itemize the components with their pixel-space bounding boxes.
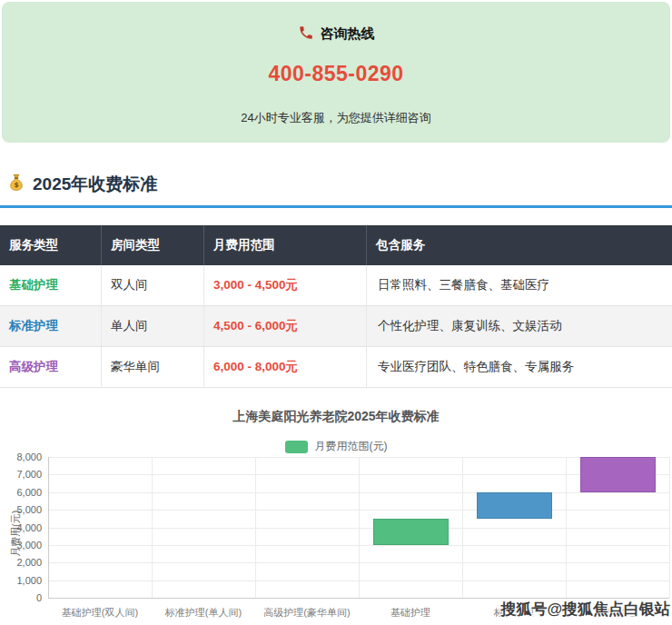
y-tick-label: 0 bbox=[0, 592, 42, 603]
service-type-cell: 标准护理 bbox=[0, 306, 102, 347]
chart-legend: 月费用范围(元) bbox=[0, 439, 672, 454]
table-row: 标准护理 单人间 4,500 - 6,000元 个性化护理、康复训练、文娱活动 bbox=[0, 306, 672, 347]
y-axis-title: 月费用(元) bbox=[9, 510, 23, 556]
range-bar bbox=[373, 519, 449, 545]
table-row: 高级护理 豪华单间 6,000 - 8,000元 专业医疗团队、特色膳食、专属服… bbox=[0, 347, 672, 388]
section-header: $ 2025年收费标准 bbox=[0, 167, 672, 208]
hotline-title: 咨询热线 bbox=[321, 25, 375, 43]
y-tick-label: 7,000 bbox=[0, 469, 42, 480]
price-range-cell: 6,000 - 8,000元 bbox=[204, 347, 367, 388]
y-tick-label: 1,000 bbox=[0, 575, 42, 586]
column-header-includes: 包含服务 bbox=[367, 225, 672, 265]
phone-icon bbox=[298, 25, 314, 44]
y-tick-label: 2,000 bbox=[0, 557, 42, 568]
v-gridline bbox=[48, 457, 49, 598]
hotline-title-row: 咨询热线 bbox=[2, 25, 670, 42]
svg-text:$: $ bbox=[14, 181, 18, 189]
room-type-cell: 双人间 bbox=[102, 265, 204, 306]
service-type-cell: 高级护理 bbox=[0, 347, 102, 388]
y-tick-label: 6,000 bbox=[0, 487, 42, 498]
price-range-cell: 3,000 - 4,500元 bbox=[204, 265, 367, 306]
watermark: 搜狐号@搜狐焦点白银站 bbox=[500, 599, 670, 620]
v-gridline bbox=[152, 457, 153, 598]
column-header-price: 月费用范围 bbox=[204, 225, 367, 265]
range-bar bbox=[477, 492, 552, 519]
hotline-subtitle: 24小时专业客服，为您提供详细咨询 bbox=[2, 110, 670, 126]
table-row: 基础护理 双人间 3,000 - 4,500元 日常照料、三餐膳食、基础医疗 bbox=[0, 265, 672, 306]
category-label: 标准护理(单人间) bbox=[152, 606, 255, 620]
category-label: 基础护理(双人间) bbox=[48, 606, 152, 620]
included-services-cell: 日常照料、三餐膳食、基础医疗 bbox=[367, 265, 672, 306]
legend-label: 月费用范围(元) bbox=[315, 439, 388, 454]
included-services-cell: 专业医疗团队、特色膳食、专属服务 bbox=[367, 347, 672, 388]
money-bag-icon: $ bbox=[7, 173, 25, 195]
price-range-cell: 4,500 - 6,000元 bbox=[204, 306, 367, 347]
pricing-table: 服务类型 房间类型 月费用范围 包含服务 基础护理 双人间 3,000 - 4,… bbox=[0, 225, 672, 388]
v-gridline bbox=[462, 457, 463, 598]
chart-title: 上海美庭阳光养老院2025年收费标准 bbox=[0, 409, 672, 425]
column-header-service: 服务类型 bbox=[0, 225, 102, 265]
category-label: 高级护理(豪华单间) bbox=[255, 606, 359, 620]
included-services-cell: 个性化护理、康复训练、文娱活动 bbox=[367, 306, 672, 347]
column-header-room: 房间类型 bbox=[102, 225, 204, 265]
v-gridline bbox=[255, 457, 256, 598]
pricing-table-header-row: 服务类型 房间类型 月费用范围 包含服务 bbox=[0, 225, 672, 265]
v-gridline bbox=[359, 457, 360, 598]
room-type-cell: 单人间 bbox=[102, 306, 204, 347]
category-label: 基础护理 bbox=[359, 606, 462, 620]
v-gridline bbox=[566, 457, 567, 598]
service-type-cell: 基础护理 bbox=[0, 265, 102, 306]
legend-swatch bbox=[285, 441, 308, 453]
room-type-cell: 豪华单间 bbox=[102, 347, 204, 388]
y-tick-label: 8,000 bbox=[0, 451, 42, 462]
fee-chart: 上海美庭阳光养老院2025年收费标准 月费用范围(元) 01,0002,0003… bbox=[0, 400, 672, 625]
hotline-number: 400-855-0290 bbox=[2, 62, 670, 86]
range-bar bbox=[580, 457, 656, 492]
page-title: 2025年收费标准 bbox=[33, 174, 157, 195]
hotline-banner: 咨询热线 400-855-0290 24小时专业客服，为您提供详细咨询 bbox=[2, 2, 670, 143]
v-gridline bbox=[669, 457, 670, 598]
